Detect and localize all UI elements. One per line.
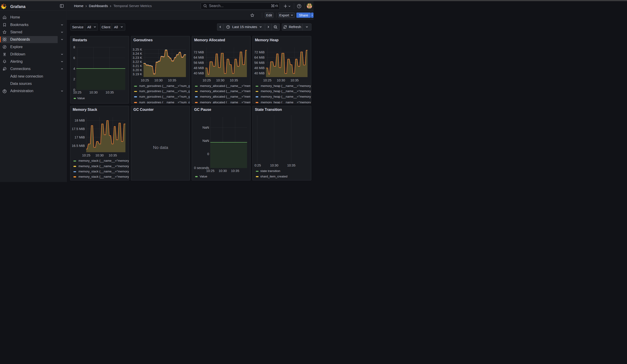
svg-text:72 MiB: 72 MiB (194, 51, 204, 54)
svg-text:3.23 K: 3.23 K (133, 56, 142, 59)
svg-text:3.22 K: 3.22 K (133, 60, 142, 64)
svg-text:0: 0 (207, 152, 209, 156)
svg-text:10:25: 10:25 (206, 169, 214, 173)
svg-text:10:25: 10:25 (203, 78, 211, 82)
svg-text:40 MiB: 40 MiB (194, 71, 204, 75)
svg-text:64 MiB: 64 MiB (194, 56, 204, 59)
svg-text:4: 4 (73, 67, 75, 70)
svg-text:48 MiB: 48 MiB (254, 66, 264, 70)
svg-text:10:35: 10:35 (105, 91, 114, 94)
svg-text:56 MiB: 56 MiB (194, 61, 204, 64)
svg-text:10:30: 10:30 (216, 78, 224, 82)
svg-text:10:30: 10:30 (89, 91, 97, 94)
svg-text:NaN: NaN (202, 139, 209, 143)
svg-text:10:35: 10:35 (231, 169, 239, 173)
svg-text:17.5 MiB: 17.5 MiB (72, 127, 85, 131)
svg-text:40 MiB: 40 MiB (254, 71, 264, 75)
svg-text:10:25: 10:25 (82, 154, 90, 157)
svg-text:2: 2 (73, 77, 75, 81)
svg-text:10:35: 10:35 (168, 78, 176, 82)
svg-text:6: 6 (73, 56, 75, 60)
svg-text:56 MiB: 56 MiB (254, 61, 264, 64)
svg-text:0:25: 0:25 (255, 163, 261, 167)
svg-text:3.24 K: 3.24 K (133, 52, 142, 55)
svg-text:16.5 MiB: 16.5 MiB (72, 144, 85, 147)
svg-text:48 MiB: 48 MiB (194, 66, 204, 70)
svg-text:3.25 K: 3.25 K (133, 48, 142, 51)
svg-text:10:35: 10:35 (108, 154, 117, 157)
svg-text:NaN: NaN (202, 126, 209, 129)
svg-text:10:35: 10:35 (290, 78, 299, 82)
svg-text:10:35: 10:35 (287, 163, 295, 167)
svg-text:10:35: 10:35 (230, 78, 238, 82)
svg-text:10:30: 10:30 (154, 78, 162, 82)
svg-text:10:25: 10:25 (263, 78, 271, 82)
svg-text:3.19 K: 3.19 K (133, 72, 142, 76)
svg-text:64 MiB: 64 MiB (254, 56, 264, 59)
svg-text:3.20 K: 3.20 K (133, 68, 142, 72)
svg-text:17 MiB: 17 MiB (75, 135, 85, 139)
svg-text:10:25: 10:25 (141, 78, 149, 82)
svg-text:3.21 K: 3.21 K (133, 64, 142, 68)
svg-text:10:30: 10:30 (277, 78, 285, 82)
svg-text:72 MiB: 72 MiB (254, 51, 264, 54)
svg-text:10:30: 10:30 (95, 154, 104, 157)
svg-text:8: 8 (73, 45, 75, 49)
svg-text:10:25: 10:25 (73, 91, 81, 94)
svg-text:10:30: 10:30 (270, 163, 278, 167)
svg-text:18 MiB: 18 MiB (75, 119, 85, 122)
svg-text:10:30: 10:30 (218, 169, 227, 173)
